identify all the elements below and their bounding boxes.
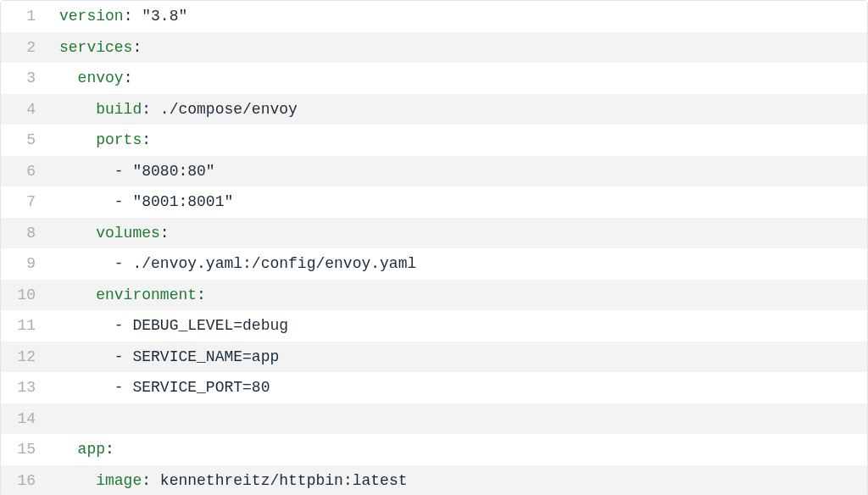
code-content: - SERVICE_PORT=80 xyxy=(47,379,867,396)
code-line: 1version: "3.8" xyxy=(1,1,867,32)
code-content: - DEBUG_LEVEL=debug xyxy=(47,317,867,334)
code-content: - "8001:8001" xyxy=(47,193,867,210)
yaml-key: environment xyxy=(96,286,197,303)
yaml-value: SERVICE_PORT=80 xyxy=(132,379,270,396)
line-number: 2 xyxy=(1,39,47,56)
yaml-value: "8080:80" xyxy=(132,163,214,180)
yaml-value: ./compose/envoy xyxy=(160,101,298,118)
code-line: 8 volumes: xyxy=(1,218,867,249)
code-content: services: xyxy=(47,39,867,56)
code-content: app: xyxy=(47,441,867,458)
line-number: 3 xyxy=(1,70,47,86)
line-number: 10 xyxy=(1,286,47,303)
code-line: 15 app: xyxy=(1,434,867,465)
code-line: 14 xyxy=(1,403,867,435)
code-block: 1version: "3.8"2services:3 envoy:4 build… xyxy=(0,0,868,495)
code-content: image: kennethreitz/httpbin:latest xyxy=(47,472,867,489)
code-line: 5 ports: xyxy=(1,125,867,156)
code-line: 13 - SERVICE_PORT=80 xyxy=(1,372,867,403)
yaml-key: version xyxy=(59,8,124,25)
line-number: 13 xyxy=(1,379,47,396)
yaml-value: kennethreitz/httpbin:latest xyxy=(160,472,408,489)
code-content: build: ./compose/envoy xyxy=(47,101,867,118)
code-content: - ./envoy.yaml:/config/envoy.yaml xyxy=(47,255,867,272)
yaml-key: volumes xyxy=(96,225,160,242)
line-number: 14 xyxy=(1,410,47,427)
code-line: 11 - DEBUG_LEVEL=debug xyxy=(1,310,867,342)
line-number: 7 xyxy=(1,193,47,210)
code-content: - SERVICE_NAME=app xyxy=(47,348,867,365)
yaml-key: app xyxy=(78,441,105,458)
yaml-value: ./envoy.yaml:/config/envoy.yaml xyxy=(132,255,416,272)
code-content: environment: xyxy=(47,286,867,303)
line-number: 9 xyxy=(1,255,47,272)
code-line: 3 envoy: xyxy=(1,63,867,94)
code-line: 16 image: kennethreitz/httpbin:latest xyxy=(1,465,867,496)
line-number: 12 xyxy=(1,348,47,365)
code-line: 7 - "8001:8001" xyxy=(1,186,867,218)
yaml-value: "8001:8001" xyxy=(132,193,233,210)
code-line: 2services: xyxy=(1,32,867,64)
line-number: 8 xyxy=(1,225,47,242)
line-number: 15 xyxy=(1,441,47,458)
yaml-key: image xyxy=(96,472,142,489)
code-line: 12 - SERVICE_NAME=app xyxy=(1,342,867,373)
line-number: 4 xyxy=(1,101,47,118)
code-content: ports: xyxy=(47,131,867,148)
yaml-key: ports xyxy=(96,131,142,148)
line-number: 1 xyxy=(1,8,47,25)
code-content: envoy: xyxy=(47,70,867,86)
yaml-value: "3.8" xyxy=(142,8,187,25)
line-number: 5 xyxy=(1,131,47,148)
line-number: 11 xyxy=(1,317,47,334)
yaml-value: SERVICE_NAME=app xyxy=(132,348,279,365)
code-line: 6 - "8080:80" xyxy=(1,156,867,187)
code-content: - "8080:80" xyxy=(47,163,867,180)
yaml-key: build xyxy=(96,101,142,118)
yaml-key: envoy xyxy=(78,70,124,86)
code-line: 10 environment: xyxy=(1,280,867,311)
code-line: 9 - ./envoy.yaml:/config/envoy.yaml xyxy=(1,248,867,280)
line-number: 6 xyxy=(1,163,47,180)
code-line: 4 build: ./compose/envoy xyxy=(1,94,867,125)
yaml-value: DEBUG_LEVEL=debug xyxy=(132,317,288,334)
line-number: 16 xyxy=(1,472,47,489)
code-content: volumes: xyxy=(47,225,867,242)
yaml-key: services xyxy=(59,39,132,56)
code-content: version: "3.8" xyxy=(47,8,867,25)
